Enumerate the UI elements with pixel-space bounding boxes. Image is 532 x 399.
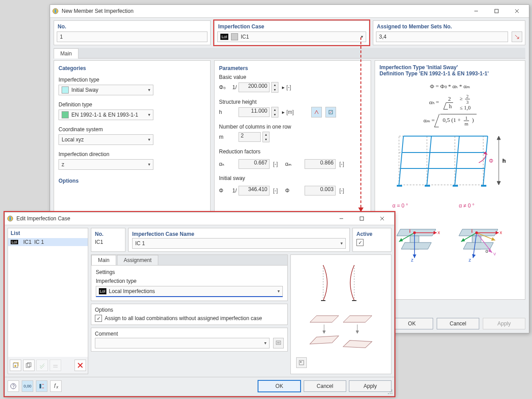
name-value: IC 1 (135, 239, 145, 248)
help-icon[interactable]: ? (8, 380, 19, 392)
pick-members-icon[interactable] (512, 31, 522, 42)
svg-text:h: h (502, 157, 506, 164)
no-panel: No. IC1 (91, 228, 125, 252)
svg-marker-26 (497, 136, 501, 140)
comment-dropdown[interactable]: ▾ (95, 338, 270, 348)
imperfection-type-dropdown[interactable]: LoI Local Imperfections ▾ (96, 286, 283, 297)
list-toolbar: ★ (8, 357, 88, 374)
imperfection-case-box: Imperfection Case LoI IC1 ▾ (214, 20, 369, 45)
phi-inv-row: Φ 1/ 346.410 [-] (219, 186, 284, 196)
imperfection-type-label: Imperfection type (96, 278, 283, 284)
cancel-button[interactable]: Cancel (304, 380, 346, 392)
minimize-button[interactable] (466, 5, 486, 17)
reduction-factors-label: Reduction factors (219, 149, 366, 155)
ok-button[interactable]: OK (391, 318, 433, 329)
ncols-row: m 1/ 2 ▲▼ (219, 132, 270, 142)
svg-point-59 (475, 231, 478, 234)
active-panel: Active (352, 228, 391, 252)
h-unit: [m] (286, 109, 297, 115)
footer: ? 0,00 ƒx OK Cancel Apply (5, 377, 394, 395)
svg-rect-62 (9, 217, 11, 220)
list-item[interactable]: LoI IC1 IC 1 (8, 238, 88, 246)
tab-main[interactable]: Main (91, 255, 116, 265)
svg-text:i: i (471, 228, 473, 234)
name-label: Imperfection Case Name (132, 231, 346, 237)
copy-item-icon[interactable] (23, 360, 35, 371)
uncheckall-icon[interactable] (50, 360, 61, 371)
illustration-select-icon[interactable] (296, 357, 307, 368)
am-symbol: αₘ (285, 161, 297, 167)
comment-edit-icon[interactable] (273, 338, 284, 348)
definition-type-dropdown[interactable]: EN 1992-1-1 & EN 1993-1-1 ▾ (59, 110, 153, 120)
imperfection-direction-dropdown[interactable]: z ▾ (59, 159, 153, 170)
list-header: List (8, 228, 88, 238)
def-swatch-icon (62, 111, 69, 118)
svg-rect-64 (360, 217, 364, 220)
imperfection-case-dropdown[interactable]: LoI IC1 ▾ (217, 31, 366, 42)
formula-am: αₘ = 0,5 (1 + 1m ) (379, 114, 520, 127)
cancel-button[interactable]: Cancel (437, 318, 479, 329)
name-panel: Imperfection Case Name IC 1 ▾ (128, 228, 350, 252)
checkall-icon[interactable] (36, 360, 48, 371)
imperfection-type-dropdown[interactable]: Initial Sway ▾ (59, 85, 153, 95)
assign-all-checkbox[interactable] (95, 315, 102, 322)
plate-imperfection-illustration (301, 311, 381, 351)
m-spinner[interactable]: ▲▼ (262, 132, 270, 142)
formula-phi: Φ = Φ₀ * αₕ * αₘ (379, 83, 520, 90)
list-item-name: IC 1 (34, 239, 44, 245)
close-button[interactable] (507, 5, 527, 17)
function-icon[interactable]: ƒx (50, 380, 62, 392)
new-item-icon[interactable]: ★ (10, 360, 21, 371)
svg-marker-82 (310, 336, 339, 344)
apply-button[interactable]: Apply (349, 380, 391, 392)
options-panel: Options Assign to all load combinations … (91, 304, 288, 325)
chevron-down-icon: ▾ (148, 85, 150, 95)
active-checkbox[interactable] (356, 239, 364, 246)
maximize-button[interactable] (486, 5, 507, 17)
assigned-input[interactable]: 3,4 (376, 31, 508, 42)
app-icon (7, 215, 14, 222)
tab-main[interactable]: Main (54, 48, 78, 59)
bow-imperfection-illustration (301, 261, 381, 305)
phi-symbol2: Φ (285, 188, 297, 194)
name-dropdown[interactable]: IC 1 ▾ (132, 238, 346, 249)
no-input[interactable]: 1 (57, 31, 207, 42)
chevron-down-icon: ▾ (148, 160, 150, 169)
phi0-input[interactable]: 200.000 (239, 82, 270, 92)
phi-inv-unit: [-] (273, 188, 284, 194)
units-icon[interactable]: 0,00 (22, 380, 33, 392)
imperfection-type-value: Initial Sway (71, 85, 98, 95)
assigned-label: Assigned to Member Sets No. (376, 23, 522, 31)
one-over-label: 1/ (232, 84, 237, 90)
list-item-id: IC1 (23, 239, 32, 245)
ok-button[interactable]: OK (258, 380, 301, 392)
pick-height-2x-icon[interactable] (311, 107, 322, 117)
type-swatch-icon (62, 86, 69, 94)
coordinate-system-dropdown[interactable]: Local xyz ▾ (59, 134, 153, 145)
h-input[interactable]: 11.000 (239, 107, 270, 117)
imperfection-type-value: Local Imperfections (109, 286, 155, 296)
maximize-button[interactable] (352, 212, 372, 225)
apply-button[interactable]: Apply (483, 318, 525, 329)
svg-rect-73 (276, 341, 281, 344)
list-panel: List LoI IC1 IC 1 ★ (8, 228, 88, 374)
pick-height-from-icon[interactable] (325, 107, 336, 117)
svg-marker-49 (472, 254, 476, 258)
svg-rect-1 (55, 9, 56, 13)
svg-line-13 (427, 136, 431, 185)
svg-marker-33 (434, 231, 437, 235)
phi-row: Φ 1/ 0.003 [-] (285, 186, 350, 196)
phi0-spinner[interactable]: ▲▼ (271, 82, 278, 93)
svg-rect-20 (425, 185, 430, 187)
am-row: αₘ 1/ 0.866 [-] (285, 159, 350, 169)
minimize-button[interactable] (331, 212, 352, 225)
m-input[interactable]: 2 (239, 132, 261, 142)
right-column: No. IC1 Imperfection Case Name IC 1 ▾ Ac… (91, 228, 391, 374)
tab-assignment[interactable]: Assignment (117, 255, 158, 265)
h-spinner[interactable]: ▲▼ (271, 107, 278, 117)
resize-grip-icon[interactable] (388, 390, 393, 395)
ah-input: 0.667 (239, 159, 270, 169)
sketch-icon[interactable] (36, 380, 47, 392)
delete-icon[interactable] (74, 360, 86, 371)
close-button[interactable] (372, 212, 392, 225)
